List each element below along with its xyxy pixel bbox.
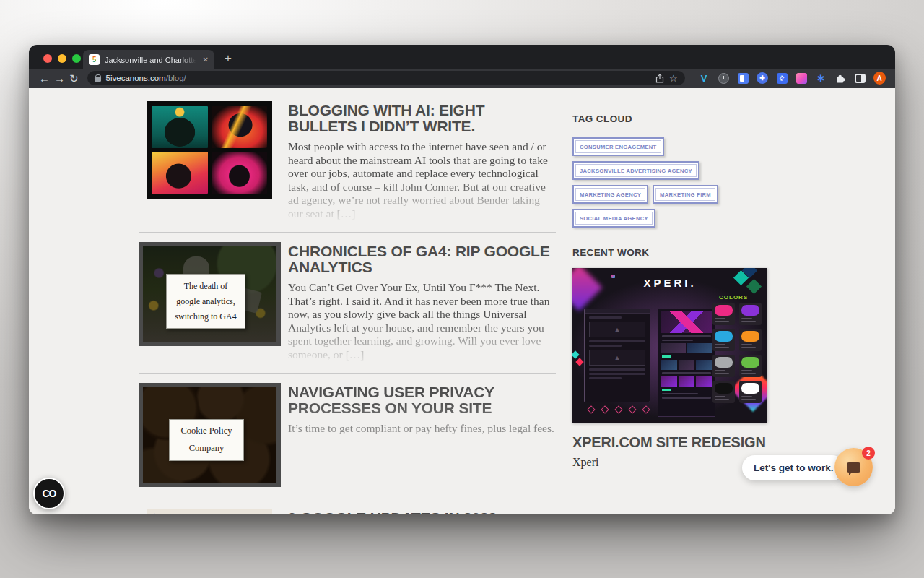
round-extension-icon[interactable]: ✚ xyxy=(757,72,769,85)
post-title[interactable]: 9 GOOGLE UPDATES IN 2022 xyxy=(288,510,556,514)
window-controls xyxy=(43,54,81,63)
bookmark-star-icon[interactable]: ☆ xyxy=(669,74,678,83)
chat-bubble-icon xyxy=(847,462,860,473)
forward-button[interactable]: → xyxy=(54,73,65,84)
tag-consumer-engagement[interactable]: CONSUMER ENGAGEMENT xyxy=(572,137,664,156)
consent-widget-button[interactable]: CO xyxy=(33,478,65,509)
post-thumbnail-ai[interactable] xyxy=(147,101,272,199)
recent-work-client: Xperi xyxy=(572,456,769,469)
recent-work-title[interactable]: XPERI.COM SITE REDESIGN xyxy=(572,434,769,451)
wireframe-panel: ▲ ▲ xyxy=(584,309,650,402)
post-excerpt: It’s time to get compliant or pay hefty … xyxy=(288,422,556,436)
maximize-window-button[interactable] xyxy=(72,54,81,63)
new-tab-button[interactable]: + xyxy=(225,51,232,66)
tag-social-media-agency[interactable]: SOCIAL MEDIA AGENCY xyxy=(572,209,655,228)
timer-extension-icon[interactable] xyxy=(718,72,730,85)
puzzle-shape xyxy=(151,513,164,514)
chat-greeting-bubble[interactable]: Let's get to work. xyxy=(742,455,845,480)
color-swatches xyxy=(712,303,763,403)
recent-work-heading: RECENT WORK xyxy=(572,247,769,258)
post-thumbnail-updates[interactable]: ⚙ ⚙ xyxy=(147,509,272,514)
share-icon[interactable] xyxy=(655,74,664,83)
profile-avatar[interactable]: A xyxy=(873,72,886,85)
side-panel-icon[interactable] xyxy=(854,72,866,85)
xperi-logo: XPERI. xyxy=(572,277,767,289)
post-excerpt: You Can’t Get Over Your Ex, Until You F*… xyxy=(288,281,556,361)
reload-button[interactable]: ↻ xyxy=(69,73,79,84)
post-list: BLOGGING WITH AI: EIGHT BULLETS I DIDN’T… xyxy=(139,101,556,514)
tag-marketing-agency[interactable]: MARKETING AGENCY xyxy=(572,185,648,204)
gradient-extension-icon[interactable] xyxy=(796,72,808,85)
post-excerpt: Most people with access to the internet … xyxy=(288,140,556,220)
lock-icon[interactable] xyxy=(95,74,101,82)
tag-cloud: CONSUMER ENGAGEMENT JACKSONVILLE ADVERTI… xyxy=(572,137,769,228)
post-row-blogging-with-ai: BLOGGING WITH AI: EIGHT BULLETS I DIDN’T… xyxy=(139,101,556,233)
close-tab-icon[interactable]: ✕ xyxy=(203,56,209,64)
tag-cloud-heading: TAG CLOUD xyxy=(572,113,769,124)
post-title[interactable]: NAVIGATING USER PRIVACY PROCESSES ON YOU… xyxy=(288,384,556,415)
post-thumbnail-cookies[interactable]: Cookie Policy Company xyxy=(139,383,281,487)
back-button[interactable]: ← xyxy=(39,73,50,84)
menu-kebab-icon[interactable]: ⋮ xyxy=(893,72,895,85)
page-url: 5ivecanons.com/blog/ xyxy=(106,74,650,82)
colors-label: COLORS xyxy=(719,294,748,301)
post-row-privacy: Cookie Policy Company NAVIGATING USER PR… xyxy=(139,374,556,499)
close-window-button[interactable] xyxy=(43,54,52,63)
tab-title: Jacksonville and Charlotte Cre xyxy=(105,56,198,64)
post-row-google-updates: ⚙ ⚙ 9 GOOGLE UPDATES IN 2022 Google rele… xyxy=(139,499,556,514)
post-thumbnail-ga4[interactable]: The death of google analytics, switching… xyxy=(139,242,281,346)
blog-page: BLOGGING WITH AI: EIGHT BULLETS I DIDN’T… xyxy=(29,88,895,514)
address-bar[interactable]: 5ivecanons.com/blog/ ☆ xyxy=(87,71,685,85)
browser-tab[interactable]: 5 Jacksonville and Charlotte Cre ✕ xyxy=(83,50,214,69)
site-mock-panel xyxy=(658,309,715,417)
tag-marketing-firm[interactable]: MARKETING FIRM xyxy=(653,185,718,204)
tab-strip: 5 Jacksonville and Charlotte Cre ✕ + xyxy=(29,45,895,69)
thumbnail-caption-card: Cookie Policy Company xyxy=(169,419,244,461)
wireframe-icons xyxy=(588,407,649,413)
chat-unread-badge: 2 xyxy=(862,447,875,460)
extensions-puzzle-icon[interactable] xyxy=(834,72,847,85)
vimeo-extension-icon[interactable]: V xyxy=(698,72,710,85)
post-title[interactable]: BLOGGING WITH AI: EIGHT BULLETS I DIDN’T… xyxy=(288,103,556,134)
tag-jacksonville-advertising-agency[interactable]: JACKSONVILLE ADVERTISING AGENCY xyxy=(572,161,699,180)
site-favicon: 5 xyxy=(89,54,100,65)
extensions-row: V ✚ ⇄ ✱ A ⋮ xyxy=(698,72,895,85)
decor-diamond xyxy=(572,268,603,311)
browser-toolbar: ← → ↻ 5ivecanons.com/blog/ ☆ V ✚ ⇄ ✱ xyxy=(29,69,895,88)
post-row-ga4: The death of google analytics, switching… xyxy=(139,233,556,374)
browser-window: 5 Jacksonville and Charlotte Cre ✕ + ← →… xyxy=(29,45,895,514)
recent-work-image[interactable]: XPERI. ▲ ▲ xyxy=(572,268,767,423)
minimize-window-button[interactable] xyxy=(58,54,66,63)
thumbnail-caption-card: The death of google analytics, switching… xyxy=(166,274,245,329)
reader-extension-icon[interactable] xyxy=(737,72,749,85)
sync-extension-icon[interactable]: ⇄ xyxy=(776,72,788,85)
snowflake-extension-icon[interactable]: ✱ xyxy=(815,72,827,85)
sidebar: TAG CLOUD CONSUMER ENGAGEMENT JACKSONVIL… xyxy=(572,113,769,469)
post-title[interactable]: CHRONICLES OF GA4: RIP GOOGLE ANALYTICS xyxy=(288,243,556,275)
